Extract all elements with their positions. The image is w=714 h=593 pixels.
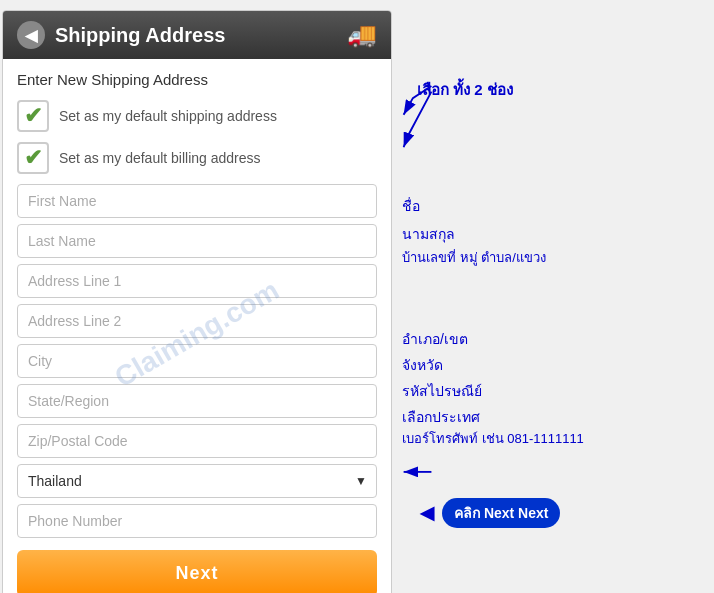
annotation-address: บ้านเลขที่ หมู่ ตำบล/แขวง (402, 247, 546, 268)
header-left: ◀ Shipping Address (17, 21, 225, 49)
annotation-city: อำเภอ/เขต (402, 328, 468, 350)
first-name-input[interactable] (17, 184, 377, 218)
back-button[interactable]: ◀ (17, 21, 45, 49)
truck-icon: 🚚 (347, 21, 377, 49)
annotation-country: เลือกประเทศ (402, 406, 480, 428)
annotation-state: จังหวัด (402, 354, 443, 376)
page-title: Shipping Address (55, 24, 225, 47)
checkmark-billing: ✔ (24, 147, 42, 169)
annotation-phone: เบอร์โทรศัพท์ เช่น 081-1111111 (402, 428, 584, 449)
default-billing-label: Set as my default billing address (59, 150, 261, 166)
header: ◀ Shipping Address 🚚 (3, 11, 391, 59)
country-select[interactable]: Thailand United States United Kingdom Ja… (17, 464, 377, 498)
address-line-1-input[interactable] (17, 264, 377, 298)
form-subtitle: Enter New Shipping Address (17, 71, 377, 88)
annotation-lastname: นามสกุล (402, 223, 455, 245)
zip-postal-input[interactable] (17, 424, 377, 458)
annotation-two-boxes: เลือก ทั้ง 2 ช่อง (417, 78, 513, 102)
city-input[interactable] (17, 344, 377, 378)
form-body: Claiming.com Enter New Shipping Address … (3, 59, 391, 593)
next-click-badge: คลิก Next Next (442, 498, 560, 528)
default-billing-checkbox[interactable]: ✔ (17, 142, 49, 174)
form-panel: ◀ Shipping Address 🚚 Claiming.com Enter … (2, 10, 392, 593)
annotation-zip: รหัสไปรษณีย์ (402, 380, 482, 402)
annotation-next-area: ◀ คลิก Next Next (420, 498, 560, 528)
annotation-panel: เลือก ทั้ง 2 ช่อง ชื่อ นามสกุล บ้านเลขที… (392, 10, 712, 560)
form-fields: Thailand United States United Kingdom Ja… (17, 184, 377, 538)
last-name-input[interactable] (17, 224, 377, 258)
next-button[interactable]: Next (17, 550, 377, 593)
default-shipping-checkbox[interactable]: ✔ (17, 100, 49, 132)
state-region-input[interactable] (17, 384, 377, 418)
address-line-2-input[interactable] (17, 304, 377, 338)
phone-input[interactable] (17, 504, 377, 538)
default-shipping-label: Set as my default shipping address (59, 108, 277, 124)
default-shipping-row: ✔ Set as my default shipping address (17, 100, 377, 132)
country-select-wrap: Thailand United States United Kingdom Ja… (17, 464, 377, 498)
checkmark-shipping: ✔ (24, 105, 42, 127)
default-billing-row: ✔ Set as my default billing address (17, 142, 377, 174)
annotation-firstname: ชื่อ (402, 195, 420, 217)
